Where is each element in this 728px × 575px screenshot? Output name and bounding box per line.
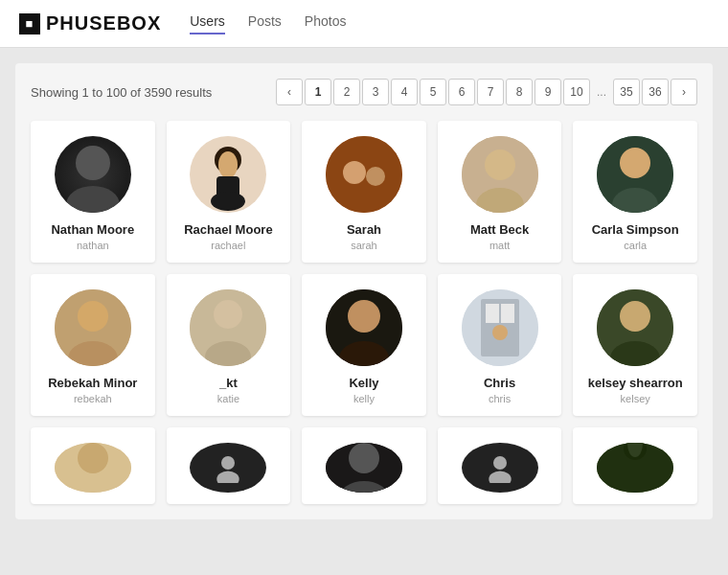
header: ■ PHUSEBOX Users Posts Photos [0, 0, 728, 48]
main-nav: Users Posts Photos [190, 13, 346, 34]
svg-point-31 [620, 301, 650, 332]
page-36[interactable]: 36 [642, 79, 669, 105]
user-handle-carla: carla [624, 240, 647, 251]
page-6[interactable]: 6 [448, 79, 475, 105]
svg-point-41 [489, 472, 511, 483]
avatar-kelsey [597, 289, 673, 366]
user-grid: Nathan Moore nathan Rachael Moore rachae… [31, 121, 697, 504]
svg-point-5 [211, 192, 245, 211]
user-name-sarah: Sarah [347, 222, 381, 237]
user-name-kelly: Kelly [349, 376, 378, 390]
avatar-rebekah [55, 289, 131, 366]
avatar-sarah [326, 136, 402, 213]
svg-point-38 [349, 443, 379, 473]
nav-users[interactable]: Users [190, 13, 225, 34]
avatar-row3-5 [597, 443, 673, 493]
svg-point-17 [78, 301, 108, 332]
svg-point-40 [493, 456, 507, 470]
results-text: Showing 1 to 100 of 3590 results [31, 85, 212, 100]
user-card-kelsey[interactable]: kelsey shearron kelsey [573, 274, 697, 416]
svg-point-29 [492, 325, 508, 340]
user-handle-kelsey: kelsey [621, 393, 650, 404]
avatar-row3-4 [462, 443, 538, 493]
svg-point-1 [66, 186, 120, 213]
svg-point-8 [343, 161, 366, 184]
avatar-carla [597, 136, 673, 213]
page-10[interactable]: 10 [563, 79, 590, 105]
pagination-bar: Showing 1 to 100 of 3590 results ‹ 1 2 3… [31, 79, 697, 105]
svg-point-14 [620, 148, 650, 178]
user-card-row3-3[interactable] [302, 427, 426, 504]
user-card-chris[interactable]: Chris chris [438, 274, 562, 416]
svg-point-36 [217, 472, 239, 483]
user-card-carla[interactable]: Carla Simpson carla [573, 121, 697, 263]
user-name-rachael: Rachael Moore [184, 222, 272, 237]
user-name-carla: Carla Simpson [592, 222, 679, 237]
avatar-row3-1 [55, 443, 131, 493]
svg-rect-27 [486, 304, 499, 323]
user-card-nathan[interactable]: Nathan Moore nathan [31, 121, 155, 263]
page-3[interactable]: 3 [362, 79, 389, 105]
user-handle-kt: katie [217, 393, 239, 404]
logo-symbol: ■ [26, 16, 34, 31]
nav-photos[interactable]: Photos [305, 13, 347, 34]
user-handle-nathan: nathan [77, 240, 109, 251]
user-name-rebekah: Rebekah Minor [48, 376, 137, 390]
pagination: ‹ 1 2 3 4 5 6 7 8 9 10 ... 35 36 › [276, 79, 697, 105]
page-9[interactable]: 9 [535, 79, 561, 105]
logo: ■ PHUSEBOX [19, 12, 161, 34]
user-card-row3-4[interactable] [438, 427, 562, 504]
user-card-row3-2[interactable] [167, 427, 291, 504]
avatar-rachael [190, 136, 266, 213]
avatar-chris [462, 289, 538, 366]
svg-point-34 [78, 443, 108, 473]
main-content: Showing 1 to 100 of 3590 results ‹ 1 2 3… [0, 48, 728, 535]
avatar-row3-2 [190, 443, 266, 493]
user-name-matt: Matt Beck [470, 222, 529, 237]
user-card-rebekah[interactable]: Rebekah Minor rebekah [31, 274, 155, 416]
page-4[interactable]: 4 [391, 79, 418, 105]
svg-point-0 [76, 146, 110, 180]
avatar-kt [190, 289, 266, 366]
user-card-row3-1[interactable] [31, 427, 155, 504]
logo-icon: ■ [19, 13, 40, 34]
avatar-matt [462, 136, 538, 213]
user-name-chris: Chris [484, 376, 515, 390]
svg-point-3 [218, 151, 238, 178]
user-name-kt: _kt [219, 376, 238, 390]
page-35[interactable]: 35 [613, 79, 640, 105]
page-1[interactable]: 1 [305, 79, 331, 105]
user-name-kelsey: kelsey shearron [588, 376, 683, 390]
page-2[interactable]: 2 [333, 79, 360, 105]
svg-point-23 [348, 300, 380, 333]
user-card-kelly[interactable]: Kelly kelly [302, 274, 426, 416]
page-7[interactable]: 7 [477, 79, 504, 105]
user-card-row3-5[interactable] [573, 427, 697, 504]
avatar-kelly [326, 289, 402, 366]
user-handle-rachael: rachael [211, 240, 245, 251]
user-card-matt[interactable]: Matt Beck matt [438, 121, 562, 263]
page-prev[interactable]: ‹ [276, 79, 303, 105]
svg-point-20 [214, 300, 242, 329]
user-name-nathan: Nathan Moore [51, 222, 134, 237]
user-handle-kelly: kelly [353, 393, 375, 404]
ellipsis: ... [592, 79, 611, 105]
page-5[interactable]: 5 [420, 79, 446, 105]
avatar-nathan [55, 136, 131, 213]
svg-rect-28 [501, 304, 514, 323]
user-handle-rebekah: rebekah [74, 393, 112, 404]
user-handle-matt: matt [489, 240, 510, 251]
page-next[interactable]: › [671, 79, 697, 105]
user-handle-chris: chris [489, 393, 511, 404]
avatar-row3-3 [326, 443, 402, 493]
nav-posts[interactable]: Posts [248, 13, 282, 34]
logo-text: PHUSEBOX [46, 12, 161, 34]
user-card-sarah[interactable]: Sarah sarah [302, 121, 426, 263]
svg-point-11 [485, 150, 515, 180]
svg-point-9 [366, 167, 385, 186]
svg-point-35 [221, 456, 235, 470]
user-handle-sarah: sarah [351, 240, 377, 251]
page-8[interactable]: 8 [506, 79, 533, 105]
user-card-rachael[interactable]: Rachael Moore rachael [167, 121, 291, 263]
user-card-kt[interactable]: _kt katie [167, 274, 291, 416]
